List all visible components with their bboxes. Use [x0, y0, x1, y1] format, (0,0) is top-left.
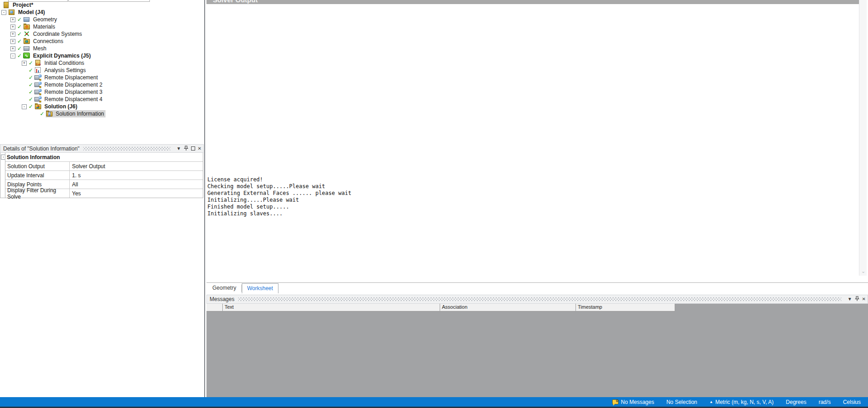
tree-item-initial-conditions[interactable]: +✓T=0Initial Conditions	[0, 59, 203, 67]
check-icon: ✓	[29, 103, 34, 110]
tree-item-content[interactable]: Geometry	[23, 16, 58, 23]
tree-item-remote-displacement-2[interactable]: ✓Remote Displacement 2	[0, 81, 203, 88]
tree-item-content[interactable]: Model (J4)	[8, 9, 46, 16]
messages-column-headers: TextAssociationTimestamp	[206, 304, 868, 311]
tree-item-content[interactable]: Materials	[23, 23, 57, 30]
pin-icon[interactable]	[855, 296, 859, 302]
close-icon[interactable]: ✕	[198, 146, 201, 151]
status-units[interactable]: ▲ Metric (m, kg, N, s, V, A)	[710, 399, 774, 405]
vertical-splitter[interactable]	[204, 0, 205, 397]
tab-geometry[interactable]: Geometry	[207, 283, 241, 293]
check-icon: ✓	[29, 59, 34, 67]
tree-item-content[interactable]: Remote Displacement 2	[34, 81, 104, 88]
status-temperature-unit[interactable]: Celsius	[843, 399, 861, 405]
tree-item-analysis-settings[interactable]: ✓Analysis Settings	[0, 67, 203, 74]
messages-body	[206, 311, 868, 397]
tree-item-remote-displacement-3[interactable]: ✓Remote Displacement 3	[0, 88, 203, 96]
tab-worksheet[interactable]: Worksheet	[242, 283, 278, 293]
pin-icon[interactable]	[184, 146, 188, 152]
solver-output-title: Solver Output	[213, 0, 258, 4]
expand-icon[interactable]: +	[10, 46, 15, 51]
status-angle-unit[interactable]: Degrees	[786, 399, 806, 405]
details-section-row: Solution Information	[5, 153, 203, 161]
tree-item-content[interactable]: Remote Displacement 3	[34, 88, 104, 96]
messages-column-text[interactable]: Text	[223, 304, 440, 311]
connections-icon	[23, 38, 30, 44]
tree-item-content[interactable]: Solution (J6)	[34, 103, 79, 110]
expand-icon[interactable]: +	[10, 17, 15, 22]
tree-item-content[interactable]: Project*	[3, 1, 34, 9]
tree-item-label: Analysis Settings	[43, 67, 87, 74]
details-row-value[interactable]: Yes	[70, 189, 203, 198]
vertical-scrollbar[interactable]: ⌃ ⌄	[859, 0, 867, 276]
details-row-value[interactable]: 1. s	[70, 171, 203, 180]
messages-column-timestamp[interactable]: Timestamp	[576, 304, 675, 311]
tree-item-coordinate-systems[interactable]: +✓Coordinate Systems	[0, 30, 203, 38]
tree-item-connections[interactable]: +✓Connections	[0, 38, 203, 45]
expand-icon[interactable]: +	[22, 61, 27, 66]
messages-bubble-icon: 0	[612, 399, 619, 404]
messages-column-association[interactable]: Association	[440, 304, 576, 311]
outline-panel: Project*-Model (J4)+✓Geometry+✓Materials…	[0, 0, 204, 397]
model-icon	[8, 9, 15, 15]
tree-item-model-j4[interactable]: -Model (J4)	[0, 9, 203, 16]
tree-item-label: Mesh	[32, 45, 48, 52]
status-no-messages[interactable]: 0 No Messages	[612, 399, 654, 405]
tree-item-label: Project*	[11, 1, 34, 9]
remote-displacement-icon	[34, 74, 42, 81]
status-angular-velocity-unit[interactable]: rad/s	[819, 399, 831, 405]
messages-column-gutter[interactable]	[206, 304, 223, 311]
messages-menu-arrow-icon[interactable]: ▼	[848, 297, 852, 301]
expand-icon[interactable]: +	[10, 32, 15, 37]
solution-information-icon: i	[46, 111, 53, 117]
initial-conditions-icon: T=0	[34, 60, 42, 66]
tree-item-remote-displacement-4[interactable]: ✓Remote Displacement 4	[0, 96, 203, 103]
caret-up-icon: ▲	[710, 400, 713, 404]
expand-icon[interactable]: +	[10, 39, 15, 44]
scroll-down-icon[interactable]: ⌄	[859, 268, 867, 274]
tree-item-solution-information[interactable]: ✓iSolution Information	[0, 110, 203, 117]
details-row-value[interactable]: Solver Output	[70, 162, 203, 170]
tree-item-materials[interactable]: +✓Materials	[0, 23, 203, 30]
collapse-icon[interactable]: -	[22, 104, 27, 109]
pin-icon	[855, 296, 859, 301]
maximize-icon[interactable]	[191, 146, 195, 151]
tree-item-label: Explicit Dynamics (J5)	[32, 52, 92, 59]
details-pane-titlebar: Details of "Solution Information" ▼ ✕	[0, 144, 204, 153]
tree-item-label: Remote Displacement 2	[43, 81, 104, 88]
tree-item-content[interactable]: Connections	[23, 38, 65, 45]
tree-item-project[interactable]: Project*	[0, 1, 203, 9]
check-icon: ✓	[17, 52, 23, 59]
tree-item-content[interactable]: Remote Displacement	[34, 74, 99, 81]
tree-item-remote-displacement[interactable]: ✓Remote Displacement	[0, 74, 203, 81]
coordinate-systems-icon	[23, 31, 30, 37]
tree-item-content[interactable]: iSolution Information	[46, 110, 106, 117]
tree-item-label: Coordinate Systems	[32, 30, 83, 38]
tree-item-explicit-dynamics-j5[interactable]: -✓∿Explicit Dynamics (J5)	[0, 52, 203, 59]
tree-item-content[interactable]: Mesh	[23, 45, 48, 52]
status-bar: 0 No Messages No Selection ▲ Metric (m, …	[0, 397, 868, 407]
check-icon: ✓	[40, 110, 46, 117]
tree-item-content[interactable]: ∿Explicit Dynamics (J5)	[23, 52, 92, 59]
messages-title: Messages	[210, 296, 235, 302]
project-icon	[3, 2, 10, 8]
tree-item-geometry[interactable]: +✓Geometry	[0, 16, 203, 23]
details-row-label: Solution Output	[5, 162, 70, 170]
details-menu-arrow-icon[interactable]: ▼	[177, 146, 181, 151]
details-row-value[interactable]: All	[70, 180, 203, 189]
tree-item-solution-j6[interactable]: -✓Solution (J6)	[0, 103, 203, 110]
collapse-icon[interactable]: -	[10, 53, 15, 58]
tree-item-content[interactable]: T=0Initial Conditions	[34, 59, 86, 67]
expand-icon[interactable]: +	[10, 24, 15, 29]
tree-item-content[interactable]: Remote Displacement 4	[34, 96, 104, 103]
tree-item-content[interactable]: Coordinate Systems	[23, 30, 83, 38]
tree-item-mesh[interactable]: +✓Mesh	[0, 45, 203, 52]
titlebar-texture	[238, 297, 841, 301]
tree-item-label: Solution (J6)	[43, 103, 79, 110]
scroll-up-icon[interactable]: ⌃	[859, 0, 867, 3]
close-icon[interactable]: ✕	[862, 297, 866, 301]
collapse-icon[interactable]: -	[1, 10, 6, 15]
check-icon: ✓	[17, 30, 23, 38]
solver-output-pane: Solver Output License acquired! Checking…	[206, 0, 868, 283]
tree-item-content[interactable]: Analysis Settings	[34, 67, 87, 74]
